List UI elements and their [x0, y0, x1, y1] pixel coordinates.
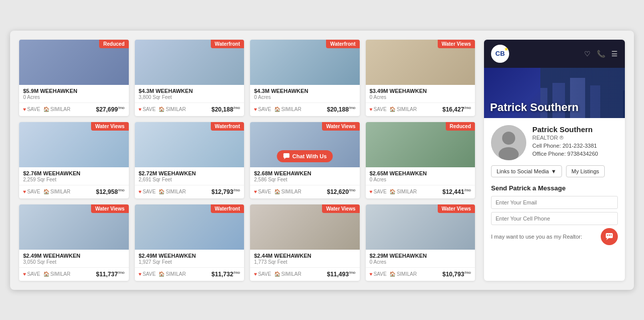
heart-save-icon: ♥ — [23, 271, 26, 277]
agent-banner-name: Patrick Southern — [490, 101, 579, 114]
action-links: ♥ SAVE 🏠 SIMILAR — [139, 189, 186, 194]
phone-input[interactable] — [491, 212, 618, 225]
message-row: I may want to use you as my Realtor: — [491, 228, 618, 245]
listing-card[interactable]: Water Views $3.49M WEEHAWKEN 0 Acres ♥ S… — [366, 40, 475, 116]
listing-actions: ♥ SAVE 🏠 SIMILAR $12,958/mo — [19, 185, 129, 198]
similar-link[interactable]: 🏠 SIMILAR — [274, 271, 301, 277]
listing-info: $2.29M WEEHAWKEN 0 Acres — [366, 250, 475, 265]
save-link[interactable]: ♥ SAVE — [370, 106, 387, 112]
monthly-price: $10,793/mo — [442, 270, 471, 278]
agent-sidebar: CB ★ ♡ 📞 ☰ Patrick Southern — [484, 40, 625, 281]
avatar-silhouette — [491, 125, 526, 160]
send-chat-button[interactable] — [601, 228, 618, 245]
listing-card[interactable]: Reduced $2.65M WEEHAWKEN 0 Acres ♥ SAVE … — [366, 122, 475, 198]
save-link[interactable]: ♥ SAVE — [139, 271, 156, 277]
similar-link[interactable]: 🏠 SIMILAR — [43, 271, 70, 277]
monthly-price: $11,493/mo — [327, 270, 356, 278]
similar-link[interactable]: 🏠 SIMILAR — [389, 189, 417, 194]
heart-save-icon: ♥ — [139, 189, 142, 194]
similar-link[interactable]: 🏠 SIMILAR — [43, 106, 70, 112]
listing-price-title: $2.29M WEEHAWKEN — [370, 253, 471, 259]
monthly-price: $12,793/mo — [211, 188, 240, 195]
listing-badge: Waterfront — [326, 40, 359, 48]
save-link[interactable]: ♥ SAVE — [23, 271, 40, 277]
save-link[interactable]: ♥ SAVE — [254, 189, 271, 194]
svg-rect-0 — [283, 153, 289, 158]
listing-actions: ♥ SAVE 🏠 SIMILAR $12,441/mo — [366, 185, 475, 198]
save-link[interactable]: ♥ SAVE — [370, 189, 387, 194]
similar-link[interactable]: 🏠 SIMILAR — [389, 271, 417, 277]
similar-link[interactable]: 🏠 SIMILAR — [158, 106, 186, 112]
listing-size: 0 Acres — [370, 177, 471, 182]
send-message-title: Send Patrick a Message — [491, 184, 618, 192]
email-input[interactable] — [491, 196, 618, 209]
listing-actions: ♥ SAVE 🏠 SIMILAR $11,732/mo — [135, 267, 245, 281]
listing-price-title: $5.9M WEEHAWKEN — [23, 88, 125, 94]
similar-link[interactable]: 🏠 SIMILAR — [389, 106, 417, 112]
listing-card[interactable]: Waterfront $4.3M WEEHAWKEN 0 Acres ♥ SAV… — [250, 40, 360, 116]
listing-badge: Water Views — [322, 122, 359, 131]
save-link[interactable]: ♥ SAVE — [139, 189, 156, 194]
similar-icon: 🏠 — [43, 271, 49, 277]
listing-actions: ♥ SAVE 🏠 SIMILAR $27,699/mo — [19, 102, 129, 116]
logo-circle: CB ★ — [491, 45, 509, 63]
listing-card[interactable]: Reduced $5.9M WEEHAWKEN 0 Acres ♥ SAVE 🏠… — [19, 40, 129, 116]
listing-actions: ♥ SAVE 🏠 SIMILAR $20,188/mo — [250, 102, 360, 116]
listing-actions: ♥ SAVE 🏠 SIMILAR $12,793/mo — [135, 185, 245, 198]
similar-link[interactable]: 🏠 SIMILAR — [158, 271, 186, 277]
listing-size: 1,773 Sqr Feet — [254, 259, 356, 265]
save-link[interactable]: ♥ SAVE — [370, 271, 387, 277]
monthly-price: $11,737/mo — [96, 270, 125, 278]
listing-size: 1,927 Sqr Feet — [139, 259, 240, 265]
action-links: ♥ SAVE 🏠 SIMILAR — [370, 271, 417, 277]
listing-card[interactable]: Waterfront $4.3M WEEHAWKEN 3,800 Sqr Fee… — [135, 40, 245, 116]
listing-image: Water Views — [250, 204, 360, 250]
agent-profile: Patrick Southern REALTOR ® Cell Phone: 2… — [484, 118, 625, 184]
listing-card[interactable]: Waterfront $2.49M WEEHAWKEN 1,927 Sqr Fe… — [135, 204, 245, 281]
listing-actions: ♥ SAVE 🏠 SIMILAR $20,188/mo — [135, 102, 245, 116]
listing-card[interactable]: Water Views $2.44M WEEHAWKEN 1,773 Sqr F… — [250, 204, 360, 281]
listing-size: 0 Acres — [254, 94, 356, 100]
listing-info: $4.3M WEEHAWKEN 0 Acres — [250, 85, 360, 100]
chat-overlay-button[interactable]: Chat With Us — [277, 150, 333, 162]
action-links: ♥ SAVE 🏠 SIMILAR — [254, 271, 301, 277]
phone-icon[interactable]: 📞 — [597, 50, 605, 58]
listings-grid: Reduced $5.9M WEEHAWKEN 0 Acres ♥ SAVE 🏠… — [19, 40, 475, 281]
dropdown-arrow-icon: ▼ — [551, 168, 556, 174]
listing-image: Water Views — [19, 122, 129, 167]
my-listings-button[interactable]: My Listings — [566, 165, 605, 177]
listing-price-title: $4.3M WEEHAWKEN — [139, 88, 240, 94]
heart-icon[interactable]: ♡ — [584, 50, 591, 58]
listing-price-title: $2.72M WEEHAWKEN — [139, 170, 240, 176]
listing-info: $2.65M WEEHAWKEN 0 Acres — [366, 167, 475, 182]
save-link[interactable]: ♥ SAVE — [254, 106, 271, 112]
menu-icon[interactable]: ☰ — [611, 50, 618, 58]
listing-image: Reduced — [19, 40, 129, 85]
similar-link[interactable]: 🏠 SIMILAR — [43, 189, 70, 194]
action-links: ♥ SAVE 🏠 SIMILAR — [139, 106, 186, 112]
listing-card[interactable]: Water Views $2.29M WEEHAWKEN 0 Acres ♥ S… — [366, 204, 475, 281]
listing-card[interactable]: Waterfront $2.72M WEEHAWKEN 2,691 Sqr Fe… — [135, 122, 245, 198]
listing-card[interactable]: Water Views $2.49M WEEHAWKEN 3,050 Sqr F… — [19, 204, 129, 281]
svg-point-6 — [502, 132, 515, 145]
listing-size: 2,691 Sqr Feet — [139, 177, 240, 182]
monthly-price: $16,427/mo — [442, 105, 471, 113]
save-link[interactable]: ♥ SAVE — [254, 271, 271, 277]
listing-size: 2,259 Sqr Feet — [23, 177, 125, 182]
listing-card[interactable]: Water Views Chat With Us $2.68M WEEHAWKE… — [250, 122, 360, 198]
listing-info: $2.49M WEEHAWKEN 1,927 Sqr Feet — [135, 250, 245, 265]
save-link[interactable]: ♥ SAVE — [139, 106, 156, 112]
send-message-section: Send Patrick a Message I may want to use… — [484, 184, 625, 252]
similar-link[interactable]: 🏠 SIMILAR — [274, 189, 301, 194]
similar-link[interactable]: 🏠 SIMILAR — [274, 106, 301, 112]
listing-badge: Water Views — [438, 40, 475, 48]
save-link[interactable]: ♥ SAVE — [23, 189, 40, 194]
agent-office-phone: Office Phone: 9738434260 — [532, 151, 598, 157]
social-media-button[interactable]: Links to Social Media ▼ — [491, 165, 562, 177]
save-link[interactable]: ♥ SAVE — [23, 106, 40, 112]
similar-link[interactable]: 🏠 SIMILAR — [158, 189, 186, 194]
chat-icon — [283, 153, 290, 160]
listing-card[interactable]: Water Views $2.76M WEEHAWKEN 2,259 Sqr F… — [19, 122, 129, 198]
heart-save-icon: ♥ — [23, 106, 26, 112]
svg-marker-1 — [284, 158, 286, 159]
